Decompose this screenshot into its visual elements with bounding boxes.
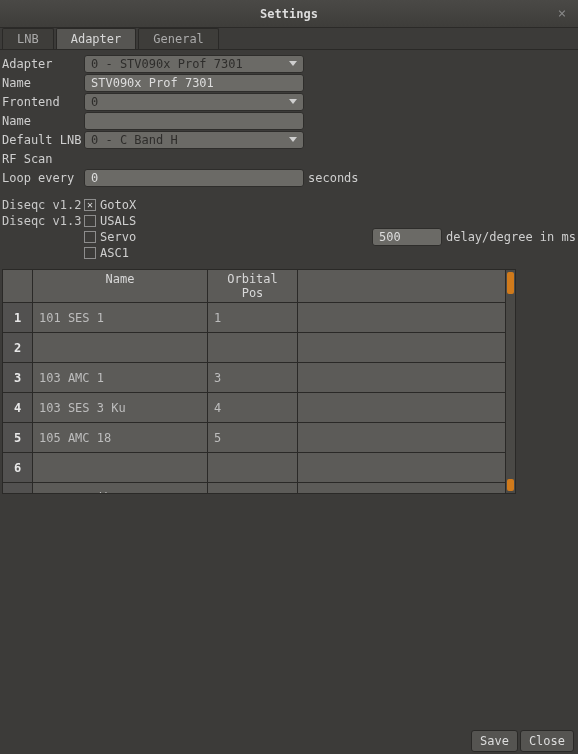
cell-name[interactable] [33, 333, 208, 362]
tab-lnb[interactable]: LNB [2, 28, 54, 49]
gotox-label: GotoX [100, 198, 136, 212]
cell-name[interactable]: 107.3 Anik F1 [33, 483, 208, 493]
dialog-footer: Save Close [0, 728, 578, 754]
col-orbital-header[interactable]: Orbital Pos [208, 270, 298, 302]
cell-spacer [298, 453, 515, 482]
cell-name[interactable] [33, 453, 208, 482]
chevron-down-icon [289, 99, 297, 104]
tab-bar: LNB Adapter General [0, 28, 578, 50]
frontend-name-label: Name [2, 114, 84, 128]
asc1-label: ASC1 [100, 246, 129, 260]
cell-orbital[interactable]: 1 [208, 303, 298, 332]
usals-label: USALS [100, 214, 136, 228]
table-row[interactable]: 7107.3 Anik F17 [3, 483, 515, 493]
table-row[interactable]: 1101 SES 11 [3, 303, 515, 333]
cell-spacer [298, 333, 515, 362]
row-index: 6 [3, 453, 33, 482]
cell-name[interactable]: 101 SES 1 [33, 303, 208, 332]
orbital-table: Name Orbital Pos 1101 SES 1123103 AMC 13… [2, 269, 516, 494]
loop-every-unit: seconds [308, 171, 359, 185]
save-button[interactable]: Save [471, 730, 518, 752]
scrollbar-thumb[interactable] [507, 272, 514, 294]
frontend-dropdown[interactable]: 0 [84, 93, 304, 111]
adapter-name-input[interactable]: STV090x Prof 7301 [84, 74, 304, 92]
window-close-button[interactable]: × [554, 5, 570, 21]
cell-orbital[interactable]: 4 [208, 393, 298, 422]
chevron-down-icon [289, 61, 297, 66]
loop-every-label: Loop every [2, 171, 84, 185]
row-index: 7 [3, 483, 33, 493]
table-scrollbar[interactable] [505, 270, 515, 493]
rf-scan-label: RF Scan [2, 152, 84, 166]
diseqc12-label: Diseqc v1.2 [2, 198, 84, 212]
adapter-value: 0 - STV090x Prof 7301 [91, 57, 243, 71]
row-index: 2 [3, 333, 33, 362]
servo-delay-unit: delay/degree in ms [446, 230, 576, 244]
adapter-dropdown[interactable]: 0 - STV090x Prof 7301 [84, 55, 304, 73]
cell-spacer [298, 483, 515, 493]
loop-every-input[interactable]: 0 [84, 169, 304, 187]
frontend-label: Frontend [2, 95, 84, 109]
frontend-value: 0 [91, 95, 98, 109]
cell-orbital[interactable]: 7 [208, 483, 298, 493]
tab-general[interactable]: General [138, 28, 219, 49]
titlebar: Settings × [0, 0, 578, 28]
diseqc13-checkbox[interactable] [84, 215, 96, 227]
asc1-checkbox[interactable] [84, 247, 96, 259]
table-header: Name Orbital Pos [3, 270, 515, 303]
default-lnb-value: 0 - C Band H [91, 133, 178, 147]
cell-name[interactable]: 103 SES 3 Ku [33, 393, 208, 422]
table-corner [3, 270, 33, 302]
default-lnb-dropdown[interactable]: 0 - C Band H [84, 131, 304, 149]
table-row[interactable]: 2 [3, 333, 515, 363]
table-header-spacer [298, 270, 515, 302]
chevron-down-icon [289, 137, 297, 142]
cell-spacer [298, 363, 515, 392]
row-index: 4 [3, 393, 33, 422]
servo-checkbox[interactable] [84, 231, 96, 243]
row-index: 1 [3, 303, 33, 332]
cell-orbital[interactable] [208, 453, 298, 482]
frontend-name-input[interactable] [84, 112, 304, 130]
diseqc13-label: Diseqc v1.3 [2, 214, 84, 228]
servo-delay-input[interactable]: 500 [372, 228, 442, 246]
close-button[interactable]: Close [520, 730, 574, 752]
cell-spacer [298, 303, 515, 332]
row-index: 5 [3, 423, 33, 452]
adapter-label: Adapter [2, 57, 84, 71]
table-row[interactable]: 3103 AMC 13 [3, 363, 515, 393]
table-row[interactable]: 4103 SES 3 Ku4 [3, 393, 515, 423]
tab-adapter[interactable]: Adapter [56, 28, 137, 49]
servo-label: Servo [100, 230, 136, 244]
table-row[interactable]: 5105 AMC 185 [3, 423, 515, 453]
table-row[interactable]: 6 [3, 453, 515, 483]
adapter-name-label: Name [2, 76, 84, 90]
cell-spacer [298, 423, 515, 452]
row-index: 3 [3, 363, 33, 392]
cell-name[interactable]: 105 AMC 18 [33, 423, 208, 452]
diseqc12-checkbox[interactable] [84, 199, 96, 211]
cell-orbital[interactable] [208, 333, 298, 362]
cell-name[interactable]: 103 AMC 1 [33, 363, 208, 392]
cell-orbital[interactable]: 3 [208, 363, 298, 392]
window-title: Settings [260, 7, 318, 21]
adapter-panel: Adapter 0 - STV090x Prof 7301 Name STV09… [0, 50, 578, 496]
table-body: 1101 SES 1123103 AMC 134103 SES 3 Ku4510… [3, 303, 515, 493]
servo-delay-value: 500 [379, 230, 401, 244]
col-name-header[interactable]: Name [33, 270, 208, 302]
adapter-name-value: STV090x Prof 7301 [91, 76, 214, 90]
scrollbar-thumb-bottom[interactable] [507, 479, 514, 491]
default-lnb-label: Default LNB [2, 133, 84, 147]
cell-spacer [298, 393, 515, 422]
cell-orbital[interactable]: 5 [208, 423, 298, 452]
loop-every-value: 0 [91, 171, 98, 185]
